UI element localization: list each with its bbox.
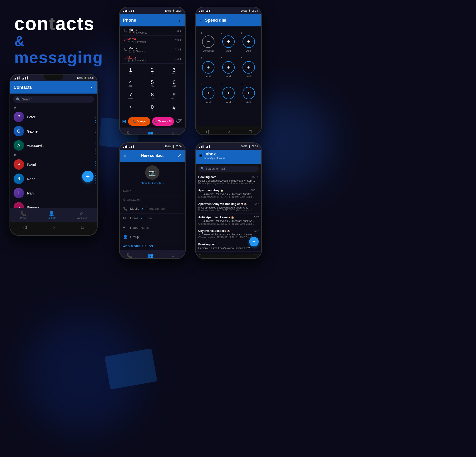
speeddial-add-7[interactable]: + [202, 87, 214, 99]
nc-close-btn[interactable]: ✕ [123, 153, 127, 159]
contact-ivan[interactable]: I Ivan [10, 186, 97, 200]
nc-tab-favourites[interactable]: ☆ Favourites [168, 253, 179, 259]
dialer-tab-phone[interactable]: 📞 Phone [126, 130, 133, 135]
call-item-3[interactable]: 📞 Mama 📱📱Slovensko 7/3 ℹ [122, 45, 183, 54]
dial-5[interactable]: 5JKL [141, 77, 163, 90]
compose-fab[interactable]: + [249, 237, 259, 246]
orange-call-btn[interactable]: 📞Orange [128, 117, 150, 126]
notes-label: Notes [130, 226, 138, 229]
speeddial-back[interactable]: ← [199, 18, 203, 22]
back-nav[interactable]: ◁ [23, 225, 27, 230]
dial-0[interactable]: 0+ [141, 102, 163, 114]
dial-4[interactable]: 4GHI [120, 77, 141, 90]
dial-7[interactable]: 7PQRS [120, 90, 141, 102]
tab-favourites-label: Favourites [76, 217, 87, 220]
speeddial-6: 6 + Add [241, 57, 256, 78]
call-item-4[interactable]: ↗ Mama 📱📱Slovensko 7/3 ℹ [122, 54, 183, 64]
speeddial-add-2[interactable]: + [222, 35, 235, 48]
mail-preview-5: Číslo rezervácie: 2934748211PIN kód: 416… [198, 236, 255, 239]
speeddial-8: 8 + Add [221, 83, 236, 103]
dial-1[interactable]: 1∞ [120, 65, 141, 77]
delete-btn[interactable]: ⌫ [176, 118, 183, 124]
menu-icon[interactable]: ⋮ [89, 85, 94, 90]
info-icon-4[interactable]: ℹ [180, 57, 181, 60]
dialer-menu-icon[interactable]: ⋮ [178, 18, 182, 23]
inbox-search[interactable]: 🔍 Search for mail [198, 166, 259, 172]
inbox-menu-icon[interactable]: ☰ [199, 153, 203, 158]
speeddial-grid: 1 ∞ Voicemail 2 + Add 3 + Add 4 + Add 5 [196, 31, 261, 103]
info-icon-3[interactable]: ℹ [180, 48, 181, 51]
tab-phone[interactable]: 📞 Phone [20, 211, 27, 220]
dial-star[interactable]: * [120, 102, 141, 114]
tab-contacts[interactable]: 👤 Contacts [47, 211, 56, 220]
speeddial-back-nav[interactable]: ◁ [205, 129, 209, 134]
contact-peter[interactable]: P Peter [10, 110, 97, 124]
contact-gabriel[interactable]: G Gabriel [10, 124, 97, 138]
speeddial-home-nav[interactable]: ○ [228, 129, 230, 134]
telekom-call-btn[interactable]: 📞Telekom SK [152, 117, 174, 126]
inbox-back-nav[interactable]: ◁ [205, 257, 209, 259]
contacts-title: contacts [14, 14, 114, 33]
speeddial-add-3[interactable]: + [243, 35, 255, 48]
inbox-recent-nav[interactable]: □ [249, 257, 252, 259]
mobile-dropdown[interactable]: ▾ [142, 207, 143, 211]
add-contact-fab[interactable]: + [82, 171, 94, 182]
add-more-fields-btn[interactable]: ADD MORE FIELDS [120, 242, 185, 250]
dial-3[interactable]: 3DEF [163, 65, 185, 77]
speeddial-title: Speed dial [205, 18, 226, 23]
speeddial-add-8[interactable]: + [222, 87, 235, 99]
voicemail-btn[interactable]: ∞ [202, 35, 214, 48]
save-to[interactable]: Save to: Google ▾ [141, 182, 164, 185]
recent-nav[interactable]: □ [81, 225, 84, 230]
avatar-robo: R [14, 174, 24, 184]
inbox-search-placeholder: Search for mail [206, 167, 225, 170]
notes-input[interactable]: Notes [141, 226, 149, 229]
tab-favourites[interactable]: ☆ Favourites [76, 211, 87, 220]
mail-antik[interactable]: Antik Apartman Levoca 🏠 5/17 ← Ďakujeme!… [196, 214, 261, 227]
org-input[interactable]: Organization [123, 198, 141, 201]
info-icon-1[interactable]: ℹ [180, 30, 181, 33]
mail-apt-amy-1[interactable]: Apartment Amy 🏠 5/17 ☆ ← Ďakujeme! Rezer… [196, 187, 261, 200]
mail-apt-booking[interactable]: Apartment Amy via Booking.com 🏠 5/17 Mát… [196, 200, 261, 214]
call-item-1[interactable]: 📞 Mama 📱📱Slovensko 7/3 ℹ [122, 26, 183, 36]
dialer-tab-bar: 📞 Phone 👥 Contacts ☆ Favourites [120, 127, 185, 135]
call-item-2[interactable]: ↗ Mama 📱📱Slovensko 7/3 ℹ [122, 36, 183, 45]
search-bar[interactable]: 🔍 Search [13, 96, 94, 102]
contact-pavol[interactable]: P Pavol [10, 157, 97, 172]
dial-2[interactable]: 2ABC [141, 65, 163, 77]
speeddial-add-5[interactable]: + [222, 61, 235, 74]
phone-number-input[interactable]: Phone number [145, 207, 166, 211]
avatar-peter: P [14, 112, 24, 122]
dial-hash[interactable]: # [163, 102, 185, 114]
email-input[interactable]: Email [145, 216, 153, 220]
nc-tab-phone[interactable]: 📞 Phone [126, 253, 133, 259]
dialer-tab-contacts[interactable]: 👥 Contacts [145, 130, 155, 135]
contact-autoservis[interactable]: A Autoservis [10, 138, 97, 152]
dial-8[interactable]: 8TUV [141, 90, 163, 102]
speeddial-add-9[interactable]: + [243, 87, 255, 99]
inbox-more-icon[interactable]: ⋮ [254, 153, 258, 158]
add-photo-btn[interactable]: 📷 [145, 165, 160, 180]
speeddial-recent-nav[interactable]: □ [249, 129, 252, 134]
info-icon-2[interactable]: ℹ [180, 39, 181, 42]
dialpad-toggle[interactable]: ⊞ [122, 118, 126, 124]
email-dropdown[interactable]: ▾ [141, 217, 142, 220]
dial-6[interactable]: 6MNO [163, 77, 185, 90]
inbox-home-nav[interactable]: ○ [228, 257, 230, 259]
speeddial-add-4[interactable]: + [202, 61, 214, 74]
name-input[interactable]: Name [123, 189, 131, 193]
mail-alza[interactable]: Alza.sk 5/16 Ako by ste ohodnotili zakúp… [196, 252, 261, 254]
star-1[interactable]: ☆ [256, 176, 259, 179]
phone-tab-icon: 📞 [20, 211, 26, 216]
nc-check-btn[interactable]: ✓ [178, 153, 182, 159]
speeddial-battery: 100%🔋08:08 [241, 9, 258, 12]
dialer-tab-favourites[interactable]: ☆ Favourites [168, 130, 179, 135]
home-nav[interactable]: ○ [53, 225, 55, 230]
contact-simona[interactable]: S Simona [10, 200, 97, 208]
dialer-phone: 100%🔋08:08 Phone ⋮ 📞 Mama 📱📱Slovensko 7/… [119, 7, 186, 135]
dial-9[interactable]: 9WXYZ [163, 90, 185, 102]
star-2[interactable]: ☆ [256, 189, 259, 192]
nc-tab-contacts[interactable]: 👥 Contacts [145, 253, 155, 259]
speeddial-add-6[interactable]: + [243, 61, 255, 74]
mail-booking-1[interactable]: Booking.com 5/17 ☆ Pobyt v destinácii Le… [196, 174, 261, 187]
